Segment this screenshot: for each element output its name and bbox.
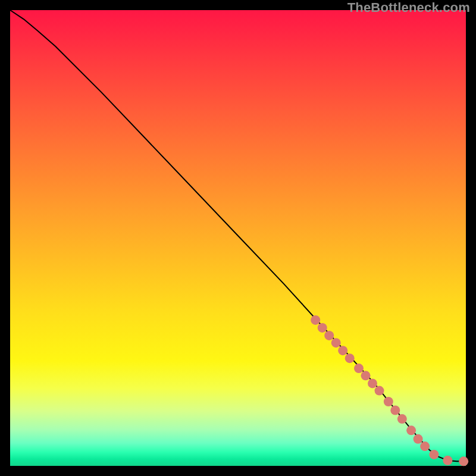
data-marker [338, 346, 347, 355]
attribution-label: TheBottleneck.com [347, 0, 470, 15]
data-marker [354, 364, 364, 373]
data-marker [311, 315, 320, 325]
chart-container: TheBottleneck.com [0, 0, 476, 476]
data-marker [331, 338, 341, 347]
data-markers [311, 315, 468, 466]
curve-line [10, 10, 466, 461]
data-marker [406, 425, 416, 435]
data-marker [361, 371, 371, 380]
data-marker [397, 414, 407, 424]
data-marker [368, 378, 377, 388]
data-marker [414, 434, 423, 444]
data-marker [420, 441, 430, 451]
data-marker [345, 353, 355, 363]
data-marker [429, 450, 439, 459]
data-marker [375, 386, 384, 396]
data-marker [390, 406, 400, 415]
data-marker [318, 323, 327, 333]
plot-background [10, 10, 466, 466]
chart-svg [10, 10, 466, 466]
data-marker [384, 397, 393, 406]
data-marker [324, 331, 334, 340]
data-marker [459, 456, 468, 466]
data-marker [443, 456, 452, 465]
